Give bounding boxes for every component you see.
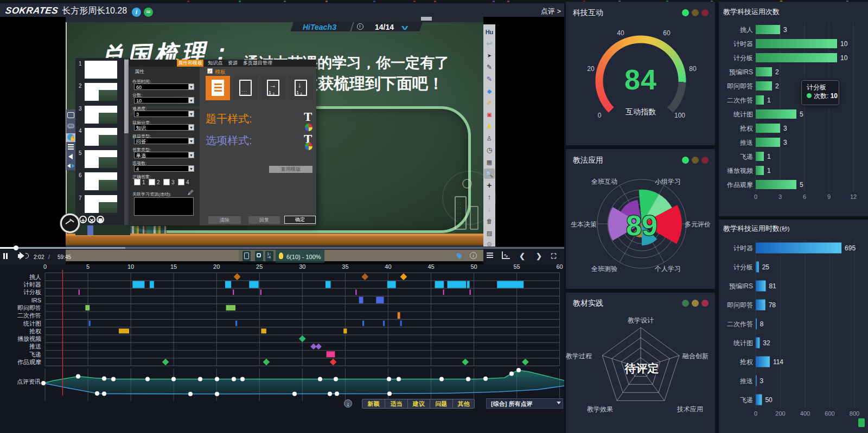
svg-text:挑人: 挑人 xyxy=(739,26,753,34)
svg-text:0: 0 xyxy=(754,410,757,417)
svg-text:抢权: 抢权 xyxy=(739,358,753,366)
svg-text:播放视频: 播放视频 xyxy=(727,167,753,175)
svg-text:作品观摩: 作品观摩 xyxy=(17,359,41,365)
svg-text:推送: 推送 xyxy=(740,139,753,146)
svg-text:400: 400 xyxy=(800,410,810,417)
svg-text:抢权: 抢权 xyxy=(29,328,41,334)
svg-text:1: 1 xyxy=(767,167,771,175)
svg-text:二次作答: 二次作答 xyxy=(727,320,753,328)
svg-text:200: 200 xyxy=(775,410,785,417)
svg-text:25: 25 xyxy=(256,263,263,270)
svg-text:15: 15 xyxy=(170,263,177,270)
svg-text:30: 30 xyxy=(299,263,305,270)
svg-text:800: 800 xyxy=(850,410,859,417)
svg-text:即问即答: 即问即答 xyxy=(727,82,753,90)
svg-text:计分板: 计分板 xyxy=(733,263,753,271)
svg-text:预编IRS: 预编IRS xyxy=(729,282,753,290)
svg-text:114: 114 xyxy=(773,358,783,366)
svg-text:即问即答: 即问即答 xyxy=(17,305,41,311)
svg-text:60: 60 xyxy=(556,263,563,270)
svg-text:计分板: 计分板 xyxy=(733,54,753,62)
svg-text:8: 8 xyxy=(760,320,764,328)
svg-text:12: 12 xyxy=(850,193,857,200)
svg-text:二次作答: 二次作答 xyxy=(727,96,753,104)
svg-text:0: 0 xyxy=(43,263,47,270)
svg-text:32: 32 xyxy=(763,339,770,347)
svg-text:10: 10 xyxy=(127,263,134,270)
svg-text:统计图: 统计图 xyxy=(23,320,41,327)
svg-text:35: 35 xyxy=(342,263,348,270)
svg-text:二次作答: 二次作答 xyxy=(17,312,41,319)
svg-text:3: 3 xyxy=(760,377,764,385)
svg-text:计分板: 计分板 xyxy=(23,289,41,295)
svg-text:播放视频: 播放视频 xyxy=(17,335,41,342)
svg-text:1: 1 xyxy=(767,153,771,160)
svg-text:5: 5 xyxy=(800,111,803,118)
svg-text:飞递: 飞递 xyxy=(29,351,41,358)
svg-text:9: 9 xyxy=(827,193,831,200)
svg-text:3: 3 xyxy=(783,26,787,34)
svg-text:计时器: 计时器 xyxy=(733,40,753,48)
svg-text:推送: 推送 xyxy=(740,377,753,385)
svg-text:2: 2 xyxy=(775,82,779,90)
svg-text:55: 55 xyxy=(513,263,520,270)
svg-text:10: 10 xyxy=(840,54,848,62)
svg-text:50: 50 xyxy=(470,263,477,270)
svg-text:45: 45 xyxy=(427,263,434,270)
svg-text:0: 0 xyxy=(754,193,757,200)
svg-text:5: 5 xyxy=(86,263,90,270)
svg-text:飞递: 飞递 xyxy=(740,396,753,404)
svg-text:即问即答: 即问即答 xyxy=(727,301,753,309)
svg-text:25: 25 xyxy=(762,263,770,271)
svg-text:计时器: 计时器 xyxy=(23,281,41,288)
svg-text:5: 5 xyxy=(800,181,803,189)
svg-text:统计图: 统计图 xyxy=(733,339,753,347)
svg-text:推送: 推送 xyxy=(29,343,41,350)
svg-text:81: 81 xyxy=(769,282,776,290)
svg-text:3: 3 xyxy=(783,139,787,146)
svg-text:1: 1 xyxy=(767,96,771,104)
svg-text:预编IRS: 预编IRS xyxy=(729,68,753,76)
svg-text:78: 78 xyxy=(769,301,776,309)
svg-text:3: 3 xyxy=(778,193,782,200)
svg-text:飞递: 飞递 xyxy=(740,153,753,160)
svg-text:600: 600 xyxy=(825,410,834,417)
svg-text:计时器: 计时器 xyxy=(733,244,753,252)
svg-text:IRS: IRS xyxy=(31,297,41,303)
svg-text:695: 695 xyxy=(845,244,856,252)
svg-text:6: 6 xyxy=(803,193,806,200)
svg-text:抢权: 抢权 xyxy=(739,125,753,132)
svg-text:40: 40 xyxy=(385,263,391,270)
svg-text:统计图: 统计图 xyxy=(733,111,753,118)
svg-text:2: 2 xyxy=(775,68,779,76)
svg-text:20: 20 xyxy=(213,263,220,270)
svg-text:挑人: 挑人 xyxy=(29,274,41,280)
svg-text:50: 50 xyxy=(765,396,773,404)
svg-text:3: 3 xyxy=(783,125,787,132)
svg-text:作品观摩: 作品观摩 xyxy=(726,181,753,189)
svg-text:10: 10 xyxy=(840,40,848,48)
